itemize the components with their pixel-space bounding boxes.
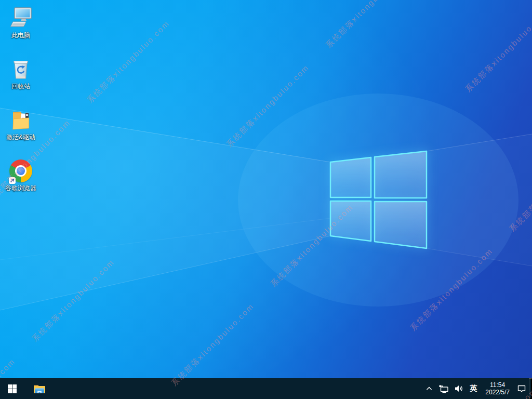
action-center-button[interactable] <box>514 378 529 399</box>
desktop-icon-chrome[interactable]: 谷歌浏览器 <box>1 157 41 203</box>
desktop-icon-label: 谷歌浏览器 <box>5 184 36 192</box>
desktop-icon-activation-drivers[interactable]: 激活&驱动 <box>1 106 41 152</box>
file-explorer-icon <box>33 383 46 394</box>
clock-date: 2022/5/7 <box>485 389 510 396</box>
desktop-icon-label: 激活&驱动 <box>6 134 35 141</box>
this-pc-icon <box>8 6 33 31</box>
shortcut-arrow-icon <box>9 177 16 184</box>
tray-overflow-button[interactable] <box>422 378 436 399</box>
start-button[interactable] <box>0 378 24 399</box>
network-status-button[interactable] <box>436 378 451 399</box>
desktop-icon-label: 回收站 <box>11 83 30 90</box>
speaker-icon <box>454 384 463 393</box>
show-desktop-button[interactable] <box>529 378 532 399</box>
recycle-bin-icon <box>8 57 33 82</box>
taskbar: 英 11:54 2022/5/7 <box>0 378 532 399</box>
input-language-indicator[interactable]: 英 <box>466 378 481 399</box>
action-center-icon <box>517 384 526 393</box>
desktop-icon-label: 此电脑 <box>11 32 30 39</box>
desktop-icon-this-pc[interactable]: 此电脑 <box>1 4 41 50</box>
windows-start-icon <box>8 384 17 393</box>
chevron-up-icon <box>425 384 433 393</box>
clock-time: 11:54 <box>490 381 505 389</box>
desktop-icon-recycle-bin[interactable]: 回收站 <box>1 55 41 101</box>
desktop-icon-list: 此电脑 回收站 <box>1 4 41 208</box>
chrome-icon <box>8 158 33 183</box>
folder-icon <box>8 108 33 132</box>
wired-network-icon <box>438 384 449 393</box>
system-tray: 英 11:54 2022/5/7 <box>422 378 532 399</box>
volume-button[interactable] <box>451 378 466 399</box>
taskbar-clock[interactable]: 11:54 2022/5/7 <box>481 378 514 399</box>
file-explorer-button[interactable] <box>28 378 51 399</box>
desktop-wallpaper <box>0 0 532 399</box>
